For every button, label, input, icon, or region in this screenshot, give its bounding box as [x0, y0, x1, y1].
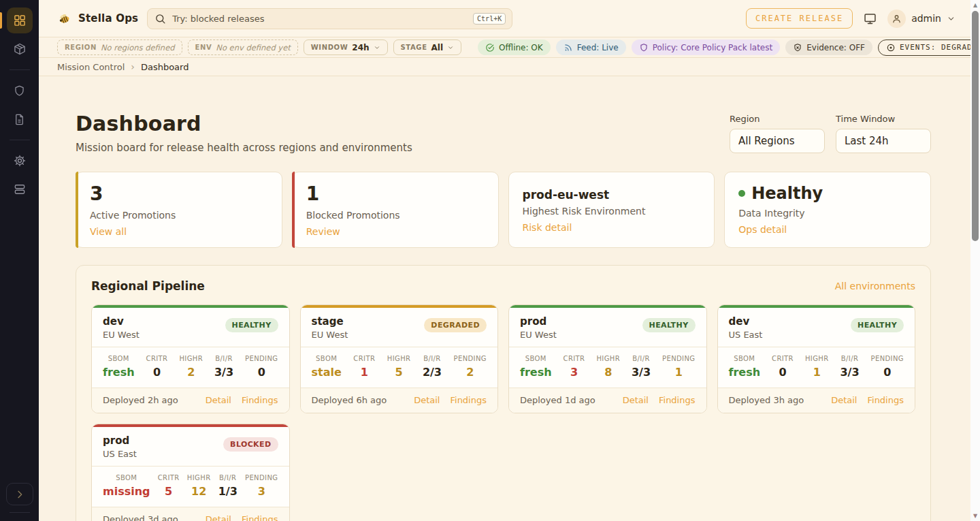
sbom-value: stale — [312, 366, 342, 379]
env-context-value: No env defined yet — [216, 43, 290, 52]
stat-label: PENDING — [245, 355, 278, 362]
ops-detail-link[interactable]: Ops detail — [738, 224, 787, 235]
context-bar: REGION No regions defined ENV No env def… — [39, 37, 970, 58]
stage-dropdown[interactable]: STAGE All — [393, 40, 462, 55]
critr-value: 0 — [772, 366, 794, 379]
feed-status-chip: Feed: Live — [556, 40, 626, 55]
region-context-pill[interactable]: REGION No regions defined — [57, 40, 182, 55]
pipeline-card-prod-us-east: prod US East BLOCKED SBOMmissing CRITR5 … — [91, 424, 290, 521]
pending-value: 3 — [245, 485, 278, 498]
env-context-pill[interactable]: ENV No env defined yet — [188, 40, 298, 55]
data-integrity-value: Healthy — [738, 183, 917, 204]
detail-link[interactable]: Detail — [831, 395, 857, 405]
highest-risk-label: Highest Risk Environment — [523, 206, 701, 217]
highr-value: 2 — [179, 366, 203, 379]
sbom-value: fresh — [520, 366, 552, 379]
sidebar-item-settings[interactable] — [7, 148, 33, 174]
stat-label: HIGHR — [187, 474, 211, 481]
sidebar-expand-button[interactable] — [6, 483, 33, 505]
active-promotions-card: 3 Active Promotions View all — [76, 172, 282, 248]
sidebar-item-dashboard[interactable] — [7, 7, 33, 33]
highr-value: 1 — [805, 366, 829, 379]
dot-circle-icon — [886, 43, 896, 52]
username: admin — [911, 13, 941, 24]
bir-value: 1/3 — [218, 485, 238, 498]
region-filter-label: Region — [730, 114, 825, 124]
data-integrity-card: Healthy Data Integrity Ops detail — [724, 172, 931, 248]
status-badge: BLOCKED — [223, 437, 278, 452]
sidebar-item-infrastructure[interactable] — [7, 176, 33, 202]
stat-label: HIGHR — [179, 355, 203, 362]
status-badge: DEGRADED — [424, 318, 487, 332]
findings-link[interactable]: Findings — [867, 395, 904, 405]
sidebar-divider — [10, 140, 30, 140]
pipeline-grid: dev EU West HEALTHY SBOMfresh CRITR0 HIG… — [91, 304, 915, 521]
stat-label: B/I/R — [423, 355, 442, 362]
global-search[interactable]: Ctrl+K — [147, 8, 512, 29]
detail-link[interactable]: Detail — [206, 514, 231, 521]
pipeline-card-prod-eu-west: prod EU West HEALTHY SBOMfresh CRITR3 HI… — [508, 304, 707, 413]
user-menu[interactable]: admin — [887, 10, 956, 28]
findings-link[interactable]: Findings — [242, 514, 278, 521]
findings-link[interactable]: Findings — [242, 395, 278, 405]
app-title: Stella Ops — [78, 12, 138, 25]
detail-link[interactable]: Detail — [623, 395, 649, 405]
stat-label: CRITR — [772, 355, 794, 362]
findings-link[interactable]: Findings — [450, 395, 487, 405]
pending-value: 2 — [453, 366, 487, 379]
deployed-timestamp: Deployed 1d ago — [520, 395, 595, 405]
stat-label: HIGHR — [387, 355, 411, 362]
stat-label: SBOM — [312, 355, 342, 362]
search-icon — [154, 13, 166, 25]
shield-icon — [13, 84, 26, 97]
stat-label: HIGHR — [805, 355, 829, 362]
detail-link[interactable]: Detail — [414, 395, 440, 405]
pipeline-title: Regional Pipeline — [91, 279, 205, 293]
deployed-timestamp: Deployed 3h ago — [729, 395, 804, 405]
stat-label: SBOM — [520, 355, 552, 362]
stat-label: CRITR — [353, 355, 375, 362]
detail-link[interactable]: Detail — [206, 395, 231, 405]
time-window-filter-label: Time Window — [836, 114, 931, 124]
top-bar: Stella Ops Ctrl+K CREATE RELEASE — [39, 0, 970, 37]
time-window-filter-select[interactable]: Last 24h — [836, 129, 931, 153]
region-context-value: No regions defined — [101, 43, 175, 52]
scroll-down-arrow[interactable]: ▼ — [970, 513, 980, 519]
sidebar-item-security[interactable] — [7, 78, 33, 104]
scroll-up-arrow[interactable]: ▲ — [970, 2, 980, 8]
region-filter-select[interactable]: All Regions — [730, 129, 825, 153]
sidebar-item-releases[interactable] — [7, 36, 33, 62]
env-name: dev — [103, 315, 140, 328]
breadcrumb-current: Dashboard — [141, 62, 189, 72]
data-integrity-label: Data Integrity — [738, 208, 917, 219]
sidebar-divider — [10, 512, 30, 513]
findings-link[interactable]: Findings — [659, 395, 696, 405]
critr-value: 0 — [146, 366, 168, 379]
search-input[interactable] — [172, 14, 467, 24]
active-indicator — [0, 12, 2, 29]
feed-status-text: Feed: Live — [577, 43, 619, 52]
breadcrumb-parent[interactable]: Mission Control — [57, 62, 125, 72]
page-title: Dashboard — [76, 112, 412, 136]
pending-value: 1 — [662, 366, 696, 379]
scrollbar-thumb[interactable] — [972, 11, 979, 241]
review-link[interactable]: Review — [306, 226, 340, 237]
servers-icon — [13, 183, 27, 196]
stat-label: PENDING — [245, 474, 278, 481]
region-name: EU West — [312, 330, 348, 340]
stat-label: CRITR — [158, 474, 180, 481]
scrollbar[interactable]: ▲ ▼ — [970, 0, 980, 521]
page-subtitle: Mission board for release health across … — [76, 142, 412, 154]
display-mode-button[interactable] — [862, 10, 879, 27]
create-release-button[interactable]: CREATE RELEASE — [746, 8, 853, 29]
monitor-icon — [863, 12, 877, 26]
risk-detail-link[interactable]: Risk detail — [523, 222, 572, 233]
view-all-link[interactable]: View all — [90, 226, 127, 237]
stage-value: All — [431, 43, 444, 52]
all-environments-link[interactable]: All environments — [835, 281, 915, 291]
window-dropdown[interactable]: WINDOW 24h — [304, 40, 388, 55]
highest-risk-value: prod-eu-west — [523, 183, 701, 202]
dashboard-grid-icon — [13, 14, 27, 27]
highest-risk-card: prod-eu-west Highest Risk Environment Ri… — [508, 172, 715, 248]
sidebar-item-documents[interactable] — [7, 106, 33, 132]
